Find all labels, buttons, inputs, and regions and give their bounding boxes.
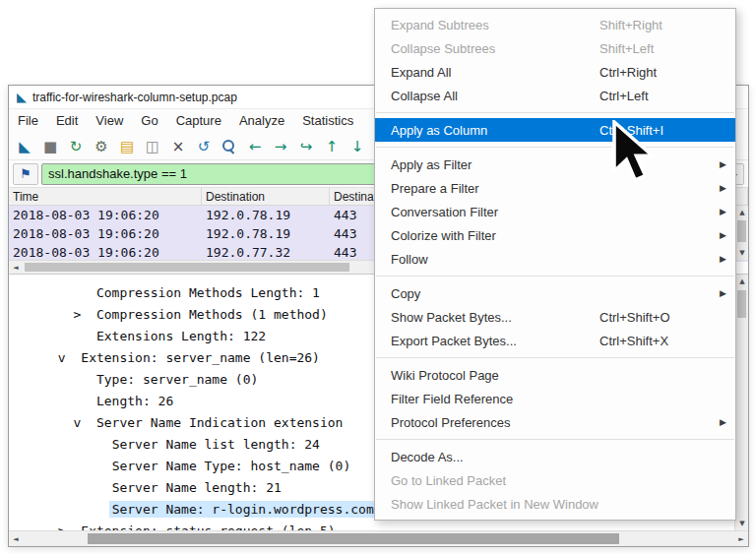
menu-item-show-linked-packet-in-new-window: Show Linked Packet in New Window	[375, 492, 735, 516]
scroll-down-icon[interactable]: ▼	[735, 246, 748, 260]
close-capture-icon[interactable]: ×	[166, 136, 190, 157]
capture-options-gear-icon[interactable]: ⚙	[90, 136, 113, 157]
menu-separator	[376, 439, 734, 440]
menubar-item-edit[interactable]: Edit	[47, 109, 87, 133]
submenu-arrow-icon: ▶	[720, 159, 726, 169]
menu-item-prepare-a-filter[interactable]: Prepare a Filter▶	[375, 176, 735, 200]
detail-line[interactable]: > Extension: status_request (len=5)	[50, 521, 732, 530]
scroll-up-icon[interactable]: ▲	[735, 275, 748, 288]
context-menu: Expand SubtreesShift+RightCollapse Subtr…	[374, 8, 736, 521]
menu-item-expand-subtrees: Expand SubtreesShift+Right	[375, 13, 735, 36]
menu-item-collapse-all[interactable]: Collapse AllCtrl+Left	[375, 84, 735, 107]
window-title: traffic-for-wireshark-column-setup.pcap	[32, 91, 237, 104]
scroll-down-icon[interactable]: ▼	[735, 517, 748, 530]
menu-item-apply-as-filter[interactable]: Apply as Filter▶	[375, 153, 735, 176]
go-back-icon[interactable]: ←	[243, 136, 267, 157]
menubar-item-capture[interactable]: Capture	[167, 109, 230, 133]
open-file-folder-icon[interactable]: ▤	[115, 136, 139, 157]
bottom-hscrollbar[interactable]: ◄ ►	[9, 530, 748, 546]
menu-item-go-to-linked-packet: Go to Linked Packet	[375, 468, 735, 492]
start-capture-fin-icon[interactable]: ◣	[13, 136, 36, 157]
cell-destination: 192.0.78.19	[202, 224, 330, 243]
selected-detail-line: Server Name: r-login.wordpress.com	[109, 501, 377, 518]
scrollbar-thumb[interactable]	[737, 220, 746, 242]
menu-item-show-packet-bytes[interactable]: Show Packet Bytes...Ctrl+Shift+O	[375, 305, 735, 329]
menu-item-protocol-preferences[interactable]: Protocol Preferences▶	[375, 410, 735, 434]
cell-time: 2018-08-03 19:06:20	[9, 206, 202, 224]
submenu-arrow-icon: ▶	[720, 230, 726, 240]
menubar-item-go[interactable]: Go	[132, 109, 166, 133]
menubar-item-statistics[interactable]: Statistics	[293, 109, 362, 133]
scrollbar-thumb[interactable]	[25, 263, 349, 272]
menubar-item-analyze[interactable]: Analyze	[230, 109, 293, 133]
menu-item-apply-as-column[interactable]: Apply as ColumnCtrl+Shift+I	[375, 118, 735, 142]
menu-separator	[376, 276, 734, 277]
go-to-packet-icon[interactable]: ↪	[294, 136, 318, 157]
menu-separator	[376, 147, 734, 148]
menu-item-copy[interactable]: Copy▶	[375, 281, 735, 305]
submenu-arrow-icon: ▶	[720, 254, 726, 264]
menu-item-conversation-filter[interactable]: Conversation Filter▶	[375, 200, 735, 223]
find-packet-icon[interactable]	[218, 136, 241, 157]
menu-item-filter-field-reference[interactable]: Filter Field Reference	[375, 387, 735, 410]
menu-item-decode-as[interactable]: Decode As...	[375, 445, 735, 468]
submenu-arrow-icon: ▶	[720, 288, 726, 298]
menu-item-colorize-with-filter[interactable]: Colorize with Filter▶	[375, 223, 735, 247]
go-last-packet-icon[interactable]: ↓	[346, 136, 369, 157]
menubar-item-view[interactable]: View	[87, 109, 132, 133]
menu-separator	[376, 112, 734, 113]
screen: ◣ traffic-for-wireshark-column-setup.pca…	[0, 0, 756, 554]
column-header-time[interactable]: Time	[9, 188, 202, 205]
scroll-up-icon[interactable]: ▲	[735, 206, 748, 219]
packet-list-vscrollbar[interactable]: ▲ ▼	[734, 206, 748, 260]
submenu-arrow-icon: ▶	[720, 207, 726, 216]
scrollbar-thumb[interactable]	[737, 290, 746, 318]
save-file-icon[interactable]: ◫	[141, 136, 164, 157]
reload-icon[interactable]: ↺	[192, 136, 216, 157]
bookmark-icon: ⚑	[20, 166, 32, 181]
scroll-left-icon[interactable]: ◄	[9, 261, 23, 275]
menu-separator	[376, 357, 734, 358]
submenu-arrow-icon: ▶	[720, 183, 726, 193]
menu-item-follow[interactable]: Follow▶	[375, 247, 735, 271]
scroll-left-icon[interactable]: ◄	[9, 532, 23, 546]
stop-capture-icon[interactable]: ■	[38, 136, 62, 157]
wireshark-fin-icon: ◣	[17, 90, 27, 104]
go-first-packet-icon[interactable]: ↑	[320, 136, 344, 157]
cell-destination: 192.0.78.19	[202, 206, 330, 224]
scrollbar-thumb[interactable]	[88, 533, 619, 544]
submenu-arrow-icon: ▶	[720, 417, 726, 427]
menu-item-collapse-subtrees: Collapse SubtreesShift+Left	[375, 36, 735, 60]
filter-bookmark-button[interactable]: ⚑	[13, 163, 38, 185]
cell-time: 2018-08-03 19:06:20	[9, 224, 202, 243]
column-header-destination[interactable]: Destination	[202, 188, 330, 205]
scroll-right-icon[interactable]: ►	[734, 532, 748, 546]
menu-item-expand-all[interactable]: Expand AllCtrl+Right	[375, 60, 735, 84]
go-forward-icon[interactable]: →	[269, 136, 292, 157]
menu-item-wiki-protocol-page[interactable]: Wiki Protocol Page	[375, 363, 735, 387]
restart-capture-icon[interactable]: ↻	[64, 136, 88, 157]
details-vscrollbar[interactable]: ▲ ▼	[734, 275, 748, 530]
menubar-item-file[interactable]: File	[9, 109, 47, 133]
menu-item-export-packet-bytes[interactable]: Export Packet Bytes...Ctrl+Shift+X	[375, 329, 735, 352]
